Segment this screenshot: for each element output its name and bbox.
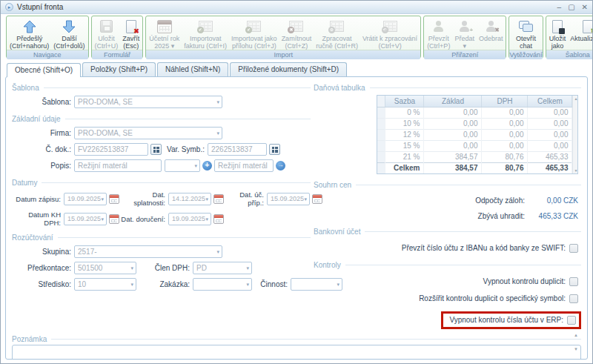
tax-table-row[interactable]: 10 %0,00 0,000,00 <box>377 118 572 129</box>
import-as-attachment-button: Importovat jako přílohu (Ctrl+J) <box>229 17 279 50</box>
datum-zapisu-input[interactable]: 19.09.2025 <box>64 193 107 205</box>
skupina-label: Skupina: <box>12 248 74 256</box>
scroll-up-icon[interactable]: ▲ <box>574 96 577 101</box>
section-zakladni-udaje: Základní údaje <box>12 115 311 123</box>
next-button[interactable]: Další (Ctrl+dolů) <box>51 17 87 50</box>
calendar-icon[interactable] <box>109 214 119 224</box>
note-scroll-down-icon[interactable]: ▼ <box>574 347 578 351</box>
translate-icon[interactable] <box>276 161 285 171</box>
tab-strip: Obecné (Shift+O) Položky (Shift+P) Náhle… <box>1 60 592 76</box>
vypnout-duplicity-checkbox[interactable] <box>569 277 578 286</box>
group-caption: Vytěžování <box>509 50 542 59</box>
note-scroll-up-icon[interactable]: ▲ <box>574 333 578 337</box>
tab-prilozene-dokumenty[interactable]: Přiložené dokumenty (Shift+D) <box>230 62 347 76</box>
cdok-input[interactable]: FV2262513837 <box>74 143 148 156</box>
clen-dph-select[interactable]: PD <box>193 262 252 274</box>
poznamka-textarea[interactable] <box>12 345 581 360</box>
update-template-button[interactable]: ↻ Aktualizovat <box>568 17 593 50</box>
cdok-label: Č. dok.: <box>12 145 74 153</box>
dat-uc-prip-label: Dat. úč. příp.: <box>224 191 267 207</box>
previous-button[interactable]: Předešlý (Ctrl+nahoru) <box>7 17 51 50</box>
section-danova-tabulka: Daňová tabulka <box>314 84 581 92</box>
calendar-icon <box>157 18 172 35</box>
calendar-icon[interactable] <box>109 194 119 204</box>
iban-swift-label: Převzít číslo účtu z IBANu a kód banky z… <box>402 244 566 252</box>
vypnout-erp-checkbox[interactable] <box>567 316 576 325</box>
tax-table-row[interactable]: 12 %0,00 0,000,00 <box>377 129 572 140</box>
close-icon[interactable]: ✕ <box>582 4 588 11</box>
vypnout-erp-label: Vypnout kontrolu čísla účtu v ERP: <box>449 316 563 324</box>
annotation-highlight: Vypnout kontrolu čísla účtu v ERP: <box>441 311 581 329</box>
tax-table-row[interactable]: 0 %0,00 0,000,00 <box>377 107 572 118</box>
minimize-icon[interactable]: – <box>557 4 562 11</box>
take-over-button: Převzít (Ctrl+P) <box>425 17 452 50</box>
varsymb-input[interactable]: 2262513837 <box>208 143 267 156</box>
popis-select[interactable] <box>165 159 200 172</box>
tax-table-row[interactable]: 21 %384,57 80,76465,33 <box>377 151 572 162</box>
dat-splatnosti-input[interactable]: 14.12.2025 <box>168 193 211 205</box>
tax-table-row[interactable]: 15 %0,00 0,000,00 <box>377 140 572 151</box>
sablona-label: Šablona: <box>12 98 74 106</box>
varsymb-lookup-icon[interactable] <box>269 144 280 155</box>
group-sablona: Uložit jako ↻ Aktualizovat Šablona <box>546 16 593 59</box>
group-caption: Formulář <box>92 50 143 59</box>
group-vytezovani: Otevřít chat Vytěžování <box>508 16 543 59</box>
close-document-icon: ✖ <box>126 18 136 35</box>
firma-select[interactable]: PRO-DOMA, SE <box>74 127 222 139</box>
dat-splatnosti-label: Dat. splatnosti: <box>119 191 168 207</box>
datum-kh-dph-input[interactable]: 15.09.2025 <box>64 213 107 225</box>
group-caption: Přiřazení <box>424 50 506 59</box>
iban-swift-checkbox[interactable] <box>569 244 578 253</box>
table-scrollbar[interactable]: ▲ ▼ <box>572 96 577 173</box>
tab-obecne[interactable]: Obecné (Shift+O) <box>7 63 81 77</box>
calendar-icon[interactable] <box>213 194 224 204</box>
save-template-as-button[interactable]: Uložit jako <box>547 17 569 50</box>
open-chat-button[interactable]: Otevřít chat <box>514 17 538 50</box>
add-icon[interactable] <box>202 161 212 171</box>
maximize-icon[interactable]: ▢ <box>568 4 574 11</box>
process-manually-button: Zpracovat ručně (Ctrl+R) <box>314 17 360 50</box>
group-caption: Navigace <box>7 50 88 59</box>
table-return-icon <box>383 18 397 35</box>
odpocty-zaloh-label: Odpočty záloh: <box>475 196 525 205</box>
tab-polozky[interactable]: Položky (Shift+P) <box>82 62 156 76</box>
save-icon <box>100 18 113 35</box>
dat-doruceni-input[interactable]: 19.09.2025 <box>168 213 211 225</box>
close-form-button[interactable]: ✖ Zavřít (Esc) <box>120 17 142 50</box>
dat-uc-prip-input[interactable]: 15.09.2025 <box>267 193 310 205</box>
dat-doruceni-label: Dat. doručení: <box>119 215 168 223</box>
forward-button: + Předat ▾ <box>452 17 477 50</box>
popis-input[interactable]: Režijní materál <box>74 159 162 172</box>
predkontace-select[interactable]: 501500 <box>74 262 136 274</box>
tax-table-total-row[interactable]: Celkem384,57 80,76465,33 <box>377 162 572 173</box>
cdok-lookup-icon[interactable] <box>150 144 162 155</box>
scroll-down-icon[interactable]: ▼ <box>574 168 577 173</box>
rozsirit-duplicity-label: Rozšířit kontrolu duplicit o specifický … <box>419 294 566 302</box>
cinnost-label: Činnost: <box>252 280 291 288</box>
remove-button: ✖ Odebrat <box>477 17 506 50</box>
section-bankovni-ucet: Bankovní účet <box>314 228 581 236</box>
zbyva-uhradit-label: Zbývá uhradit: <box>478 212 525 220</box>
stredisko-label: Středisko: <box>12 280 74 288</box>
calendar-icon[interactable] <box>312 194 322 204</box>
save-button: Uložit (Ctrl+U) <box>93 17 121 50</box>
clen-dph-label: Člen DPH: <box>136 264 193 272</box>
section-kontroly: Kontroly <box>314 261 581 269</box>
firma-label: Firma: <box>12 129 74 137</box>
tax-table: Sazba Základ DPH Celkem 0 %0,00 0,000,00 <box>377 95 578 174</box>
arrow-down-icon <box>62 18 76 35</box>
person-remove-icon: ✖ <box>486 18 497 35</box>
skupina-select[interactable]: 2517- <box>74 245 222 258</box>
cinnost-select[interactable] <box>291 278 342 291</box>
calendar-icon[interactable] <box>213 214 224 224</box>
datum-zapisu-label: Datum zápisu: <box>12 195 64 203</box>
return-to-processing-button: Vrátit k zpracování (Ctrl+V) <box>360 17 420 50</box>
zakazka-select[interactable] <box>193 278 252 291</box>
stredisko-select[interactable]: 10 <box>74 278 136 291</box>
rozsirit-duplicity-checkbox[interactable] <box>569 294 578 303</box>
table-reject-icon <box>289 18 303 35</box>
tab-nahled[interactable]: Náhled (Shift+N) <box>157 62 228 76</box>
sablona-select[interactable]: PRO-DOMA, SE <box>74 96 222 108</box>
popis2-input[interactable]: Režijní materál <box>214 159 274 172</box>
zbyva-uhradit-value: 465,33 CZK <box>525 212 578 220</box>
